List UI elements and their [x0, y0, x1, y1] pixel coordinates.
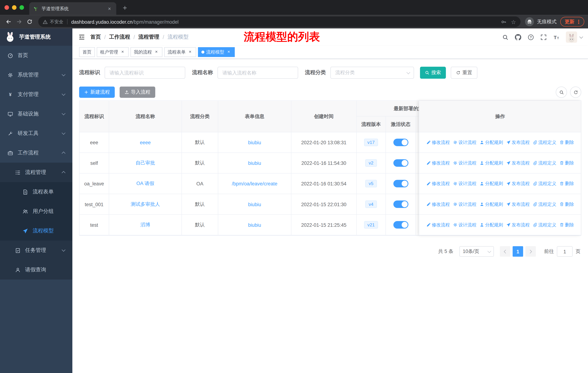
- fullscreen-icon[interactable]: [540, 34, 547, 40]
- user-menu[interactable]: [566, 31, 582, 43]
- active-toggle[interactable]: [393, 221, 408, 229]
- action-修改流程[interactable]: 修改流程: [426, 222, 450, 228]
- action-修改流程[interactable]: 修改流程: [426, 139, 450, 146]
- action-分配规则[interactable]: 分配规则: [479, 201, 503, 207]
- breadcrumb-item[interactable]: 流程管理: [138, 34, 159, 40]
- back-button[interactable]: [4, 17, 13, 27]
- forward-button[interactable]: [14, 17, 24, 27]
- sidebar-item-首页[interactable]: 首页: [0, 46, 72, 65]
- model-name-input[interactable]: [217, 67, 298, 79]
- form-info-link[interactable]: /bpm/oa/leave/create: [232, 181, 277, 186]
- action-流程定义[interactable]: 流程定义: [533, 181, 556, 187]
- sidebar-item-流程模型[interactable]: 流程模型: [0, 221, 72, 241]
- browser-update-button[interactable]: 更新 ⋮: [560, 17, 584, 27]
- browser-tab[interactable]: 芋道管理系统 ×: [29, 2, 116, 15]
- tag-首页[interactable]: 首页: [79, 47, 95, 57]
- sidebar-item-任务管理[interactable]: 任务管理: [0, 241, 72, 260]
- active-toggle[interactable]: [393, 159, 408, 167]
- active-toggle[interactable]: [393, 139, 408, 146]
- action-设计流程[interactable]: 设计流程: [453, 222, 476, 228]
- action-发布流程[interactable]: 发布流程: [506, 139, 530, 146]
- page-number-button[interactable]: 1: [513, 246, 523, 257]
- sidebar-item-基础设施[interactable]: 基础设施: [0, 104, 72, 124]
- search-icon[interactable]: [502, 34, 509, 40]
- action-删除[interactable]: 删除: [559, 181, 574, 187]
- sidebar-item-流程管理[interactable]: 流程管理: [0, 163, 72, 182]
- next-page-button[interactable]: [525, 246, 536, 257]
- import-model-button[interactable]: 导入流程: [120, 87, 155, 98]
- form-info-link[interactable]: biubiu: [248, 222, 261, 228]
- sidebar-item-请假查询[interactable]: 请假查询: [0, 260, 72, 280]
- version-badge[interactable]: v5: [365, 180, 377, 187]
- address-bar[interactable]: 不安全 dashboard.yudao.iocoder.cn /bpm/mana…: [38, 17, 521, 27]
- help-icon[interactable]: ?: [528, 34, 534, 40]
- action-删除[interactable]: 删除: [559, 160, 574, 166]
- version-badge[interactable]: v2: [365, 159, 377, 167]
- prev-page-button[interactable]: [500, 246, 511, 257]
- action-修改流程[interactable]: 修改流程: [426, 181, 450, 187]
- new-tab-button[interactable]: [120, 3, 130, 13]
- tag-我的流程[interactable]: 我的流程×: [130, 47, 162, 57]
- refresh-table-button[interactable]: [570, 87, 581, 98]
- action-流程定义[interactable]: 流程定义: [533, 139, 556, 146]
- breadcrumb-item[interactable]: 工作流程: [109, 34, 130, 40]
- sidebar-toggle-button[interactable]: [78, 34, 85, 40]
- model-name-link[interactable]: 滔博: [140, 222, 150, 228]
- goto-page-input[interactable]: [557, 246, 573, 257]
- model-name-link[interactable]: eeee: [140, 140, 151, 145]
- tag-租户管理[interactable]: 租户管理×: [97, 47, 129, 57]
- action-流程定义[interactable]: 流程定义: [533, 222, 556, 228]
- action-分配规则[interactable]: 分配规则: [479, 181, 503, 187]
- action-修改流程[interactable]: 修改流程: [426, 160, 450, 166]
- reset-button[interactable]: 重置: [451, 67, 477, 79]
- action-发布流程[interactable]: 发布流程: [506, 160, 530, 166]
- action-分配规则[interactable]: 分配规则: [479, 160, 503, 166]
- bookmark-star-icon[interactable]: ☆: [511, 19, 516, 25]
- action-发布流程[interactable]: 发布流程: [506, 181, 530, 187]
- version-badge[interactable]: v17: [364, 139, 378, 146]
- action-修改流程[interactable]: 修改流程: [426, 201, 450, 207]
- password-key-icon[interactable]: [501, 19, 506, 25]
- action-设计流程[interactable]: 设计流程: [453, 201, 476, 207]
- tag-流程模型[interactable]: 流程模型×: [198, 47, 235, 57]
- tab-close-icon[interactable]: ×: [106, 6, 113, 12]
- create-model-button[interactable]: 新建流程: [79, 87, 115, 98]
- version-badge[interactable]: v4: [365, 201, 377, 208]
- action-发布流程[interactable]: 发布流程: [506, 222, 530, 228]
- font-size-icon[interactable]: TT: [553, 34, 560, 40]
- form-info-link[interactable]: biubiu: [248, 202, 261, 207]
- action-删除[interactable]: 删除: [559, 222, 574, 228]
- model-name-link[interactable]: OA 请假: [136, 180, 154, 187]
- action-设计流程[interactable]: 设计流程: [453, 139, 476, 146]
- active-toggle[interactable]: [393, 201, 408, 208]
- close-icon[interactable]: ×: [188, 50, 193, 55]
- action-删除[interactable]: 删除: [559, 139, 574, 146]
- action-流程定义[interactable]: 流程定义: [533, 201, 556, 207]
- close-icon[interactable]: ×: [120, 50, 125, 55]
- reload-button[interactable]: [25, 17, 34, 27]
- form-info-link[interactable]: biubiu: [248, 160, 261, 166]
- model-name-link[interactable]: 自己审批: [136, 160, 155, 166]
- window-close-button[interactable]: [5, 5, 9, 10]
- sidebar-item-研发工具[interactable]: 研发工具: [0, 124, 72, 143]
- close-icon[interactable]: ×: [154, 50, 159, 55]
- sidebar-item-支付管理[interactable]: ¥支付管理: [0, 85, 72, 104]
- tag-流程表单[interactable]: 流程表单×: [164, 47, 196, 57]
- sidebar-item-工作流程[interactable]: 工作流程: [0, 143, 72, 163]
- version-badge[interactable]: v21: [364, 221, 378, 229]
- sidebar-logo[interactable]: 芋道管理系统: [0, 28, 72, 46]
- incognito-avatar[interactable]: [525, 17, 534, 26]
- sidebar-item-系统管理[interactable]: 系统管理: [0, 65, 72, 85]
- action-设计流程[interactable]: 设计流程: [453, 160, 476, 166]
- toggle-search-button[interactable]: [556, 87, 567, 98]
- action-分配规则[interactable]: 分配规则: [479, 222, 503, 228]
- sidebar-item-用户分组[interactable]: 用户分组: [0, 202, 72, 221]
- form-info-link[interactable]: biubiu: [248, 140, 261, 145]
- search-button[interactable]: 搜索: [420, 67, 446, 79]
- action-发布流程[interactable]: 发布流程: [506, 201, 530, 207]
- model-name-link[interactable]: 测试多审批人: [131, 201, 160, 208]
- action-流程定义[interactable]: 流程定义: [533, 160, 556, 166]
- action-删除[interactable]: 删除: [559, 201, 574, 207]
- breadcrumb-item[interactable]: 首页: [90, 34, 101, 40]
- action-分配规则[interactable]: 分配规则: [479, 139, 503, 146]
